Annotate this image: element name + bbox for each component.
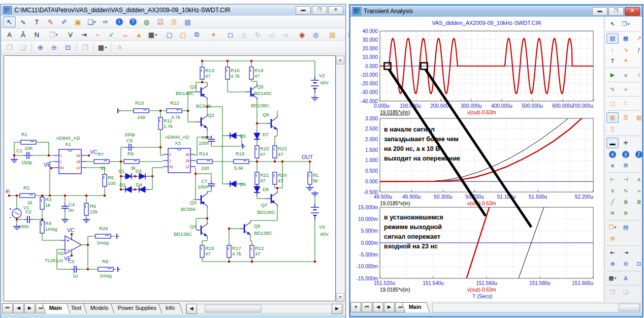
page-nav-icon[interactable]: ▶ — [24, 303, 35, 313]
component-D5[interactable] — [227, 133, 240, 139]
component-C4[interactable] — [61, 203, 69, 212]
symbol-gnd[interactable] — [311, 191, 318, 196]
tracker-cursor-icon[interactable]: ✛ — [620, 138, 632, 148]
tag-menu-icon[interactable]: ≡ — [606, 160, 619, 171]
minimize-button[interactable]: ▬ — [592, 7, 607, 16]
go-to-valley-icon[interactable]: ∨ — [606, 185, 619, 196]
schematic-titlebar[interactable]: C:\MC11\DATA\Petrov\VAS_didden\VAS_didde… — [1, 5, 345, 16]
warning-indicator-icon[interactable]: ▲ — [133, 29, 145, 40]
component-Q3[interactable] — [196, 192, 207, 208]
page-nav-icon[interactable]: ◀ — [13, 303, 24, 313]
cursor-mode-d-icon[interactable]: ▯ — [606, 123, 619, 134]
component-Q4[interactable] — [196, 222, 207, 238]
show-checks-icon[interactable]: ✓ — [105, 29, 118, 40]
zoom-100-icon[interactable]: ⊡ — [61, 42, 74, 53]
shape-tool-icon[interactable]: ❐▾ — [620, 19, 632, 29]
go-to-y-icon[interactable]: y — [620, 149, 632, 160]
show-attribute-text-icon[interactable]: A — [3, 29, 16, 40]
model-check-tool-icon[interactable]: ☑ — [154, 16, 167, 27]
find-next-icon[interactable]: ◎ — [309, 29, 322, 40]
component-R22[interactable] — [250, 245, 254, 258]
show-node-numbers-icon[interactable]: N — [30, 29, 43, 40]
tag-left-value-icon[interactable]: ⊢ — [606, 174, 619, 185]
component-Q7[interactable] — [266, 190, 277, 207]
symbol-term[interactable] — [243, 144, 245, 149]
select-tool-icon[interactable]: ↖ — [606, 19, 619, 29]
go-to-crossing-icon[interactable]: ≷ — [633, 197, 644, 207]
new-sheet-icon[interactable]: ▢ — [163, 29, 176, 40]
find-icon[interactable]: ◉ — [296, 29, 308, 40]
component-R16[interactable] — [226, 67, 230, 79]
grid-toggle-icon[interactable]: ▦▾ — [146, 29, 159, 40]
component-C3[interactable] — [71, 266, 80, 273]
symbol-term[interactable] — [118, 108, 120, 113]
new-text-area-icon[interactable]: ▢ — [177, 29, 189, 40]
scope-graph-mode-icon[interactable]: ▦ — [620, 33, 632, 44]
properties-icon[interactable]: ✦ — [207, 29, 220, 40]
select-data-points-icon[interactable]: ∷ — [620, 98, 632, 109]
graphics-line-tool-icon[interactable]: ✎ — [44, 16, 57, 27]
show-currents-icon[interactable]: ⌁ — [91, 29, 104, 40]
envelope-top-icon[interactable]: ≋ — [606, 208, 619, 218]
browse-web-tool-icon[interactable]: ◍ — [140, 16, 153, 27]
analysis-horizontal-scrollbar[interactable] — [432, 303, 640, 312]
component-D8[interactable] — [254, 184, 260, 195]
component-C2[interactable] — [24, 216, 33, 223]
component-R23[interactable] — [273, 146, 277, 158]
show-wire-attr-icon[interactable]: Ã — [17, 29, 29, 40]
symbol-gnd[interactable] — [311, 96, 318, 101]
component-RL[interactable] — [308, 172, 312, 184]
component-R3[interactable] — [40, 197, 44, 209]
component-R2[interactable] — [20, 194, 35, 198]
page-nav-icon[interactable]: ▶ — [384, 302, 395, 312]
close-button[interactable]: ✕ — [328, 6, 343, 15]
tab-main[interactable]: Main — [42, 303, 71, 313]
schematic-canvas[interactable]: R110KC1150pR21kR31kR41meg+−V1C2100nC40nR… — [4, 55, 336, 301]
restore-button[interactable]: ❐ — [608, 7, 624, 16]
go-to-high-icon[interactable]: ∿ — [620, 185, 632, 196]
component-C7[interactable] — [208, 180, 215, 189]
symbol-gnd[interactable] — [306, 185, 313, 190]
go-to-slope-icon[interactable]: ╱ — [606, 197, 619, 207]
component-R18[interactable] — [234, 160, 249, 164]
wire-mode-tool-icon[interactable]: ∿ — [17, 16, 29, 27]
copy-to-clipboard-icon[interactable]: ❐▾ — [606, 222, 619, 233]
scale-corner-icon[interactable]: ↘ — [620, 44, 632, 55]
notes-tool-icon[interactable]: ▤ — [181, 16, 194, 27]
state-variables-icon[interactable]: ⊞ — [606, 233, 619, 244]
component-X3[interactable] — [163, 148, 196, 173]
component-R17[interactable] — [227, 245, 231, 258]
cursor-mode-c-icon[interactable]: ▥ — [633, 112, 644, 123]
page-nav-icon[interactable]: ⏮ — [362, 302, 372, 312]
component-V1[interactable] — [12, 209, 21, 218]
component-X1[interactable] — [54, 149, 86, 174]
go-to-peak-icon[interactable]: ∧ — [633, 174, 644, 185]
show-node-voltages-icon[interactable]: V — [64, 29, 77, 40]
zoom-out-icon[interactable]: ⊖ — [620, 259, 632, 269]
component-R7[interactable] — [94, 160, 109, 164]
select-box-mode-icon[interactable]: ◻ — [224, 29, 237, 40]
cursor-mode-a-icon[interactable]: ▥ — [606, 112, 619, 123]
annotate-tool-icon[interactable]: ✑ — [99, 16, 112, 27]
symbol-gnd[interactable] — [61, 217, 69, 222]
close-button[interactable]: ✕ — [625, 7, 640, 16]
select-frame-icon[interactable]: ▢ — [606, 98, 619, 109]
component-R12[interactable] — [167, 109, 182, 113]
restore-button[interactable]: ❐ — [312, 6, 327, 15]
go-to-x-icon[interactable]: x — [606, 149, 619, 160]
component-R9[interactable] — [124, 160, 139, 164]
symbol-term[interactable] — [117, 234, 119, 239]
component-R19[interactable] — [249, 67, 253, 79]
symbol-gnd[interactable] — [83, 217, 90, 222]
component-R20[interactable] — [255, 146, 259, 158]
horizontal-scrollbar[interactable]: ◀▶ — [186, 304, 343, 313]
page-nav-icon[interactable]: ⏮ — [2, 303, 13, 313]
component-Q2[interactable] — [196, 114, 207, 130]
component-R24[interactable] — [273, 172, 277, 184]
file-list-tool-icon[interactable]: ☰ — [168, 16, 180, 27]
tag-right-value-icon[interactable]: ⊣ — [620, 174, 632, 185]
zoom-in-icon[interactable]: ⊕ — [34, 42, 47, 53]
page-nav-icon[interactable]: ◀ — [373, 302, 383, 312]
properties-icon[interactable]: ✦ — [620, 55, 632, 66]
cursor-mode-b-icon[interactable]: ☰ — [620, 112, 632, 123]
